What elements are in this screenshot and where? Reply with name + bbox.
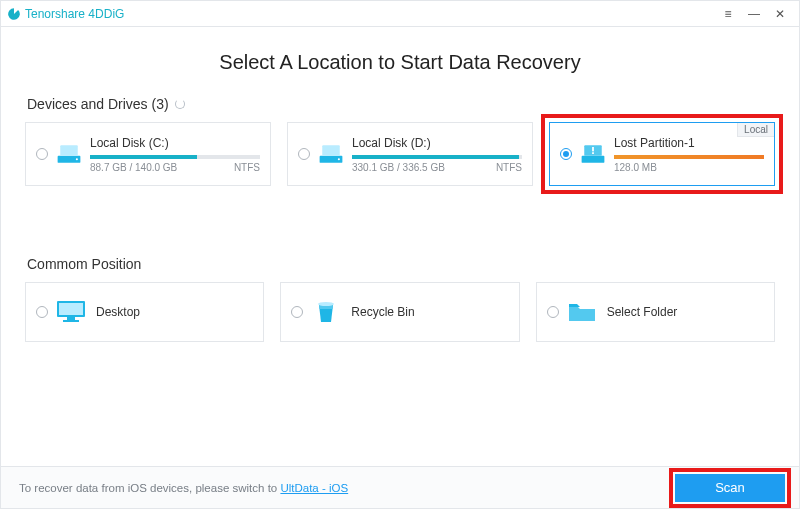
location-card-desktop[interactable]: Desktop — [25, 282, 264, 342]
desktop-icon — [54, 298, 88, 326]
svg-rect-9 — [592, 152, 594, 154]
drive-card-lost-partition[interactable]: Local Lost Partition-1 — [549, 122, 775, 186]
svg-point-5 — [338, 158, 340, 160]
disk-alert-icon — [578, 139, 608, 169]
page-title: Select A Location to Start Data Recovery — [25, 51, 775, 74]
drive-capacity: 128.0 MB — [614, 162, 657, 173]
footer: To recover data from iOS devices, please… — [1, 466, 799, 508]
close-button[interactable]: ✕ — [773, 7, 787, 21]
menu-button[interactable]: ≡ — [721, 7, 735, 21]
drive-name: Local Disk (D:) — [352, 136, 522, 150]
drive-radio[interactable] — [298, 148, 310, 160]
drive-filesystem: NTFS — [496, 162, 522, 173]
drive-card-c[interactable]: Local Disk (C:) 88.7 GB / 140.0 GB NTFS — [25, 122, 271, 186]
location-radio[interactable] — [36, 306, 48, 318]
capacity-fill — [614, 155, 764, 159]
disk-icon — [316, 139, 346, 169]
scan-button[interactable]: Scan — [675, 474, 785, 502]
drive-body: Local Disk (D:) 330.1 GB / 336.5 GB NTFS — [346, 136, 522, 173]
location-name: Recycle Bin — [351, 305, 414, 319]
footer-text-before: To recover data from iOS devices, please… — [19, 482, 280, 494]
app-name: Tenorshare 4DDiG — [25, 7, 124, 21]
location-name: Desktop — [96, 305, 140, 319]
drive-meta: 330.1 GB / 336.5 GB NTFS — [352, 162, 522, 173]
recycle-bin-icon — [309, 298, 343, 326]
footer-text: To recover data from iOS devices, please… — [19, 482, 348, 494]
svg-point-14 — [318, 302, 334, 306]
location-name: Select Folder — [607, 305, 678, 319]
drive-filesystem: NTFS — [234, 162, 260, 173]
svg-rect-8 — [592, 147, 594, 151]
common-row: Desktop Recycle Bin Select Folder — [25, 282, 775, 342]
capacity-bar — [352, 155, 522, 159]
drive-radio[interactable] — [560, 148, 572, 160]
capacity-bar — [90, 155, 260, 159]
footer-link[interactable]: UltData - iOS — [280, 482, 348, 494]
folder-icon — [565, 298, 599, 326]
capacity-fill — [352, 155, 519, 159]
svg-rect-12 — [67, 317, 75, 320]
drive-body: Lost Partition-1 128.0 MB — [608, 136, 764, 173]
window-controls: ≡ — ✕ — [721, 7, 793, 21]
svg-point-2 — [76, 158, 78, 160]
drive-capacity: 330.1 GB / 336.5 GB — [352, 162, 445, 173]
drive-meta: 128.0 MB — [614, 162, 764, 173]
location-card-select-folder[interactable]: Select Folder — [536, 282, 775, 342]
drive-body: Local Disk (C:) 88.7 GB / 140.0 GB NTFS — [84, 136, 260, 173]
disk-icon — [54, 139, 84, 169]
capacity-bar — [614, 155, 764, 159]
drive-card-highlight: Local Lost Partition-1 — [541, 114, 783, 194]
svg-rect-13 — [63, 320, 79, 322]
titlebar-brand: Tenorshare 4DDiG — [7, 7, 124, 21]
svg-rect-1 — [60, 145, 78, 156]
app-icon — [7, 7, 21, 21]
svg-rect-6 — [582, 156, 605, 163]
common-heading: Commom Position — [27, 256, 775, 272]
scan-highlight: Scan — [669, 468, 791, 508]
devices-heading: Devices and Drives (3) — [27, 96, 775, 112]
minimize-button[interactable]: — — [747, 7, 761, 21]
drive-card-d[interactable]: Local Disk (D:) 330.1 GB / 336.5 GB NTFS — [287, 122, 533, 186]
svg-rect-4 — [322, 145, 340, 156]
loading-spinner-icon — [175, 99, 185, 109]
capacity-fill — [90, 155, 197, 159]
drive-capacity: 88.7 GB / 140.0 GB — [90, 162, 177, 173]
location-radio[interactable] — [547, 306, 559, 318]
location-radio[interactable] — [291, 306, 303, 318]
drive-tag: Local — [737, 123, 774, 137]
titlebar: Tenorshare 4DDiG ≡ — ✕ — [1, 1, 799, 27]
devices-heading-label: Devices and Drives (3) — [27, 96, 169, 112]
drive-name: Local Disk (C:) — [90, 136, 260, 150]
devices-row: Local Disk (C:) 88.7 GB / 140.0 GB NTFS — [25, 122, 775, 186]
main-area: Select A Location to Start Data Recovery… — [1, 27, 799, 466]
drive-radio[interactable] — [36, 148, 48, 160]
drive-meta: 88.7 GB / 140.0 GB NTFS — [90, 162, 260, 173]
svg-rect-11 — [59, 303, 83, 315]
location-card-recycle-bin[interactable]: Recycle Bin — [280, 282, 519, 342]
drive-name: Lost Partition-1 — [614, 136, 764, 150]
